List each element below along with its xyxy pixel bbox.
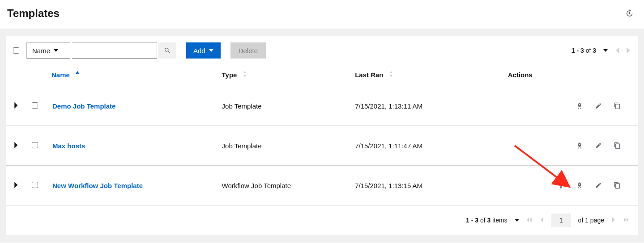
template-name-link[interactable]: New Workflow Job Template bbox=[52, 182, 143, 189]
row-checkbox[interactable] bbox=[32, 142, 38, 148]
next-page-icon[interactable] bbox=[611, 217, 617, 224]
sort-icon bbox=[389, 71, 393, 77]
pagination-bottom: 1 - 3 of 3 items of 1 page bbox=[6, 205, 638, 235]
expand-row-button[interactable] bbox=[14, 142, 19, 150]
filter-field-select[interactable]: Name bbox=[26, 42, 70, 59]
search-icon bbox=[164, 47, 171, 54]
template-type: Workflow Job Template bbox=[218, 166, 351, 205]
pagination-total: 3 bbox=[593, 47, 596, 54]
first-page-icon[interactable] bbox=[526, 217, 532, 224]
select-all-checkbox[interactable] bbox=[13, 47, 19, 54]
row-checkbox[interactable] bbox=[32, 182, 38, 188]
copy-icon[interactable] bbox=[609, 179, 626, 192]
search-input[interactable] bbox=[72, 42, 157, 59]
expand-row-button[interactable] bbox=[14, 102, 19, 110]
column-type[interactable]: Type bbox=[218, 65, 351, 86]
prev-page-icon[interactable] bbox=[615, 47, 619, 54]
copy-icon[interactable] bbox=[609, 100, 626, 112]
templates-table: Name Type Last Ran Actions Demo Job Temp… bbox=[6, 65, 638, 205]
template-type: Job Template bbox=[218, 126, 351, 166]
next-page-icon[interactable] bbox=[627, 47, 631, 54]
copy-icon[interactable] bbox=[609, 139, 626, 152]
launch-icon[interactable] bbox=[571, 100, 588, 112]
search-button[interactable] bbox=[158, 42, 176, 59]
add-button[interactable]: Add bbox=[186, 42, 221, 59]
filter-field-label: Name bbox=[32, 47, 50, 54]
column-actions: Actions bbox=[481, 65, 638, 86]
sort-asc-icon bbox=[75, 71, 80, 77]
table-row: Demo Job TemplateJob Template7/15/2021, … bbox=[6, 86, 638, 126]
page-number-input[interactable] bbox=[551, 214, 571, 227]
launch-icon[interactable] bbox=[571, 139, 588, 152]
pagination-top: 1 - 3 of 3 bbox=[571, 47, 631, 54]
caret-down-icon bbox=[209, 48, 213, 53]
template-name-link[interactable]: Max hosts bbox=[52, 142, 85, 150]
last-page-icon[interactable] bbox=[624, 217, 629, 224]
caret-down-icon bbox=[54, 48, 58, 53]
template-last-ran: 7/15/2021, 1:13:11 AM bbox=[350, 86, 481, 126]
template-last-ran: 7/15/2021, 1:13:15 AM bbox=[350, 166, 481, 205]
template-name-link[interactable]: Demo Job Template bbox=[52, 102, 115, 110]
prev-page-icon[interactable] bbox=[539, 217, 544, 224]
edit-icon[interactable] bbox=[590, 100, 607, 112]
table-row: New Workflow Job TemplateWorkflow Job Te… bbox=[6, 166, 638, 205]
delete-button[interactable]: Delete bbox=[230, 42, 266, 59]
visualizer-icon[interactable] bbox=[552, 179, 569, 192]
table-row: Max hostsJob Template7/15/2021, 1:11:47 … bbox=[6, 126, 638, 166]
row-checkbox[interactable] bbox=[32, 102, 38, 109]
column-last-ran[interactable]: Last Ran bbox=[350, 65, 481, 86]
edit-icon[interactable] bbox=[590, 179, 607, 192]
per-page-caret-icon[interactable] bbox=[515, 218, 519, 222]
per-page-caret-icon[interactable] bbox=[603, 48, 608, 53]
edit-icon[interactable] bbox=[590, 139, 607, 152]
toolbar: Name Add Delete 1 - 3 of 3 bbox=[6, 36, 638, 65]
column-name[interactable]: Name bbox=[48, 65, 218, 86]
pagination-range: 1 - 3 bbox=[571, 47, 584, 54]
template-last-ran: 7/15/2021, 1:11:47 AM bbox=[350, 126, 481, 166]
expand-row-button[interactable] bbox=[14, 182, 19, 189]
add-button-label: Add bbox=[193, 47, 205, 54]
launch-icon[interactable] bbox=[571, 179, 588, 192]
page-title: Templates bbox=[7, 7, 60, 20]
history-icon[interactable] bbox=[625, 9, 633, 17]
sort-icon bbox=[243, 71, 247, 77]
page-count-label: of 1 page bbox=[578, 217, 604, 224]
template-type: Job Template bbox=[218, 86, 351, 126]
